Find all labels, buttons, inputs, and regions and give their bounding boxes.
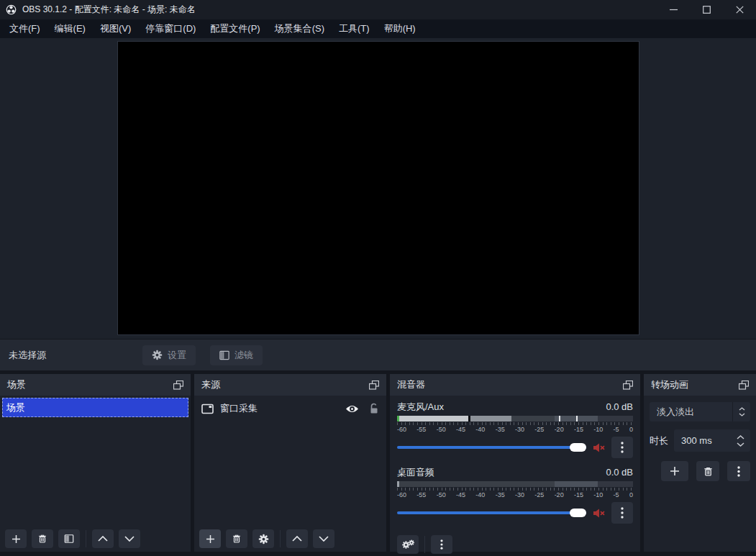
source-properties-label: 设置: [168, 349, 186, 362]
mixer-dock-title: 混音器: [397, 378, 425, 391]
scene-list-item[interactable]: 场景: [2, 398, 188, 417]
source-name: 窗口采集: [220, 402, 258, 415]
mute-speaker-icon[interactable]: [593, 508, 605, 519]
scenes-toolbar: [0, 526, 191, 552]
source-properties-button[interactable]: 设置: [142, 345, 196, 365]
duration-spinner[interactable]: 300 ms: [674, 429, 750, 452]
duration-value: 300 ms: [681, 435, 712, 446]
mixer-channel-mic: 麦克风/Aux 0.0 dB -60-55-50-45-40-35-30-25-…: [397, 401, 633, 458]
channel-options-button[interactable]: [611, 502, 633, 524]
sources-dock-title: 来源: [201, 378, 220, 391]
sources-dock-header: 来源: [194, 374, 386, 396]
mute-speaker-icon[interactable]: [593, 442, 605, 453]
meter-scale: -60-55-50-45-40-35-30-25-20-15-10-50: [397, 426, 633, 433]
titlebar: OBS 30.1.2 - 配置文件: 未命名 - 场景: 未命名: [0, 0, 756, 19]
scenes-dock: 场景 场景: [0, 374, 191, 552]
transitions-dock: 转场动画 淡入淡出 时长 300 ms: [644, 374, 756, 552]
preview-canvas[interactable]: [117, 41, 639, 335]
transitions-dock-title: 转场动画: [651, 378, 688, 391]
audio-meter: [397, 416, 633, 421]
meter-scale: -60-55-50-45-40-35-30-25-20-15-10-50: [397, 491, 633, 498]
advanced-audio-properties-button[interactable]: [397, 535, 419, 554]
visibility-eye-icon[interactable]: [345, 404, 359, 414]
double-gear-icon: [402, 539, 414, 550]
popout-dock-icon[interactable]: [739, 380, 749, 390]
duration-label: 时长: [650, 434, 668, 447]
sources-dock: 来源 窗口采集: [194, 374, 386, 552]
mixer-dock-header: 混音器: [390, 374, 640, 396]
audio-meter: [397, 481, 633, 487]
menu-scene-collection[interactable]: 场景集合(S): [268, 19, 332, 38]
source-move-down-button[interactable]: [313, 529, 334, 548]
scene-name: 场景: [6, 401, 25, 414]
transition-select[interactable]: 淡入淡出: [650, 402, 750, 421]
toolbar-separator: [280, 530, 281, 547]
add-scene-button[interactable]: [5, 529, 27, 548]
volume-slider[interactable]: [397, 443, 586, 452]
source-context-toolbar: 未选择源 设置 滤镜: [0, 339, 756, 370]
minimize-button[interactable]: [657, 0, 690, 19]
channel-name: 麦克风/Aux: [397, 401, 444, 414]
mixer-options-button[interactable]: [431, 535, 452, 554]
audio-mixer-dock: 混音器 麦克风/Aux 0.0 dB -60-55-50-4: [390, 374, 640, 552]
maximize-button[interactable]: [690, 0, 723, 19]
popout-dock-icon[interactable]: [623, 380, 633, 390]
menu-view[interactable]: 视图(V): [93, 19, 138, 38]
mixer-channel-desktop: 桌面音频 0.0 dB -60-55-50-45-40-35-30-25-20-…: [397, 466, 633, 524]
volume-slider[interactable]: [397, 509, 586, 517]
filter-icon: [219, 350, 229, 360]
transitions-body: 淡入淡出 时长 300 ms: [644, 396, 756, 552]
channel-options-button[interactable]: [611, 437, 633, 458]
remove-source-button[interactable]: [226, 529, 247, 548]
meter-tickstrip: [397, 422, 633, 425]
channel-volume-db: 0.0 dB: [606, 401, 633, 412]
add-source-button[interactable]: [199, 529, 221, 548]
window-title: OBS 30.1.2 - 配置文件: 未命名 - 场景: 未命名: [22, 4, 196, 16]
scene-move-up-button[interactable]: [92, 529, 114, 548]
menu-file[interactable]: 文件(F): [2, 19, 47, 38]
spinner-down-icon[interactable]: [737, 442, 744, 447]
preview-workspace: [0, 38, 756, 339]
channel-volume-db: 0.0 dB: [606, 467, 633, 478]
volume-slider-track: [397, 446, 586, 449]
scenes-dock-header: 场景: [0, 374, 191, 396]
scenes-list: 场景: [0, 396, 191, 552]
sources-toolbar: [194, 526, 386, 552]
transitions-dock-header: 转场动画: [644, 374, 756, 396]
menu-docks[interactable]: 停靠窗口(D): [138, 19, 203, 38]
source-move-up-button[interactable]: [286, 529, 308, 548]
window-capture-icon: [201, 404, 214, 414]
volume-slider-track: [397, 511, 586, 514]
mixer-body: 麦克风/Aux 0.0 dB -60-55-50-45-40-35-30-25-…: [390, 396, 640, 556]
gear-icon: [258, 534, 269, 544]
combo-chevrons-icon: [732, 402, 750, 421]
remove-transition-button[interactable]: [696, 461, 719, 481]
popout-dock-icon[interactable]: [369, 380, 379, 390]
source-filters-button[interactable]: 滤镜: [210, 345, 263, 365]
menu-profile[interactable]: 配置文件(P): [203, 19, 267, 38]
menu-edit[interactable]: 编辑(E): [47, 19, 93, 38]
toolbar-separator: [86, 530, 86, 547]
menu-help[interactable]: 帮助(H): [377, 19, 423, 38]
scenes-dock-title: 场景: [7, 378, 26, 391]
no-source-selected-label: 未选择源: [9, 349, 142, 362]
toolbar-separator: [424, 536, 425, 553]
source-properties-gear-button[interactable]: [252, 529, 274, 548]
popout-dock-icon[interactable]: [173, 380, 183, 390]
remove-scene-button[interactable]: [32, 529, 53, 548]
source-list-item[interactable]: 窗口采集: [194, 398, 386, 419]
meter-tickstrip: [397, 488, 633, 491]
channel-name: 桌面音频: [397, 466, 434, 479]
spinner-up-icon[interactable]: [737, 435, 744, 439]
volume-slider-handle[interactable]: [570, 509, 586, 517]
transition-options-button[interactable]: [727, 461, 750, 481]
scene-move-down-button[interactable]: [119, 529, 140, 548]
add-transition-button[interactable]: [661, 461, 688, 481]
close-button[interactable]: [723, 0, 756, 19]
unlock-icon[interactable]: [369, 403, 379, 414]
mixer-toolbar: [390, 532, 640, 556]
menu-tools[interactable]: 工具(T): [332, 19, 377, 38]
scene-filters-button[interactable]: [58, 529, 80, 548]
volume-slider-handle[interactable]: [570, 443, 586, 452]
gear-icon: [152, 350, 163, 360]
